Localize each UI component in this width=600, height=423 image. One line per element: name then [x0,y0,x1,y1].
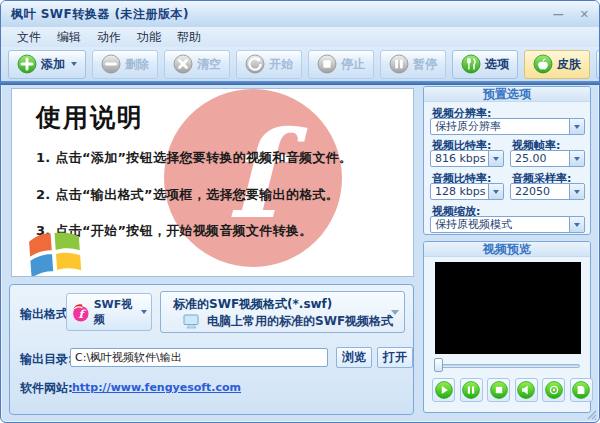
format-detail-select[interactable]: 标准的SWF视频格式(*.swf) 电脑上常用的标准的SWF视频格式 [160,291,405,333]
stop-square-icon [317,54,337,74]
volume-button[interactable] [515,378,538,402]
start-button-label: 开始 [269,56,293,73]
player-controls [432,378,593,402]
remove-minus-icon [101,54,121,74]
menu-bar: 文件 编辑 动作 功能 帮助 [1,27,599,47]
website-label: 软件网站: [20,380,73,397]
audio-samplerate-select[interactable]: 22050 [510,183,585,200]
video-framerate-select[interactable]: 25.00 [510,150,585,167]
instruction-step-1: 1. 点击“添加”按钮选择您要转换的视频和音频文件。 [36,149,409,167]
chevron-down-icon[interactable] [569,184,584,199]
instructions-title: 使用说明 [36,101,144,134]
title-bar: 枫叶 SWF转换器 (未注册版本) — ✕ [1,1,599,27]
chevron-down-icon[interactable] [569,151,584,166]
buy-button[interactable]: 购买 [596,50,600,79]
pause-bars-icon [389,54,409,74]
pause-icon [462,381,480,399]
snapshot-button[interactable] [542,378,565,402]
start-arrow-icon [245,54,265,74]
browse-button[interactable]: 浏览 [336,347,372,368]
output-format-button[interactable]: f SWF视频 [66,293,152,331]
menu-file[interactable]: 文件 [9,28,49,47]
video-preview-panel: 视频预览 [423,241,591,413]
output-format-button-label: SWF视频 [94,297,136,327]
window-title: 枫叶 SWF转换器 (未注册版本) [11,6,189,23]
clear-button-label: 清空 [197,56,221,73]
swf-brand-icon: f [71,301,91,324]
app-window: 枫叶 SWF转换器 (未注册版本) — ✕ 文件 编辑 动作 功能 帮助 添加 [0,0,600,423]
menu-help[interactable]: 帮助 [169,28,209,47]
delete-button-label: 删除 [125,56,149,73]
toolbar-divider [1,81,599,85]
video-resolution-select[interactable]: 保持原分辨率 [430,118,585,135]
instruction-step-3: 3. 点击“开始”按钮，开始视频音频文件转换。 [36,222,409,240]
skin-apple-icon [533,54,553,74]
delete-button: 删除 [92,50,158,79]
chevron-down-icon[interactable] [488,184,503,199]
skin-button[interactable]: 皮肤 [524,50,590,79]
stop-button: 停止 [308,50,374,79]
seek-slider[interactable] [436,364,580,368]
output-settings-panel: 输出格式: f SWF视频 标准的SWF视频格式(*.swf) 电脑上常用的标准… [9,284,414,415]
stop-icon [490,381,508,399]
preset-options-panel: 预置选项 视频分辨率: 保持原分辨率 视频比特率: 视频帧率: 816 kbps… [423,86,591,235]
audio-bitrate-select[interactable]: 128 kbps [430,183,504,200]
preset-panel-title: 预置选项 [424,87,590,102]
menu-feature[interactable]: 功能 [129,28,169,47]
add-plus-icon [17,54,37,74]
instructions-panel: f 使用说明 1. 点击“添加”按钮选择您要转换的视频和音频文件。 2. 点击“… [11,88,414,277]
skin-button-label: 皮肤 [557,56,581,73]
open-file-button[interactable] [570,378,593,402]
clear-cross-icon [173,54,193,74]
instruction-step-2: 2. 点击“输出格式”选项框，选择您要输出的格式。 [36,186,409,204]
stop-button-preview[interactable] [487,378,510,402]
pause-button-preview[interactable] [460,378,483,402]
add-button-label: 添加 [41,56,65,73]
pause-button: 暂停 [380,50,446,79]
close-button[interactable]: ✕ [580,9,589,20]
chevron-down-icon[interactable] [569,217,584,232]
chevron-down-icon[interactable] [391,310,399,315]
minimize-button[interactable]: — [553,9,564,20]
play-button[interactable] [432,378,455,402]
toolbar: 添加 删除 清空 开始 [1,47,599,81]
options-button-label: 选项 [485,56,509,73]
menu-action[interactable]: 动作 [89,28,129,47]
open-button[interactable]: 打开 [377,347,413,368]
video-bitrate-select[interactable]: 816 kbps [430,150,504,167]
chevron-down-icon [71,62,77,66]
video-scale-select[interactable]: 保持原视频模式 [430,216,585,233]
file-icon [572,381,590,399]
options-utensils-icon [461,54,481,74]
output-format-label: 输出格式: [20,306,73,323]
format-description: 电脑上常用的标准的SWF视频格式 [207,313,393,330]
windows-logo-icon [24,228,88,277]
format-title: 标准的SWF视频格式(*.swf) [173,296,332,313]
chevron-down-icon[interactable] [488,151,503,166]
stop-button-label: 停止 [341,56,365,73]
speaker-icon [517,381,535,399]
pause-button-label: 暂停 [413,56,437,73]
start-button: 开始 [236,50,302,79]
add-button[interactable]: 添加 [8,50,86,79]
resize-grip[interactable] [586,409,597,420]
chevron-down-icon [141,310,147,314]
play-icon [435,381,453,399]
website-link[interactable]: http://www.fengyesoft.com [72,381,241,394]
computer-icon [183,314,202,330]
options-button[interactable]: 选项 [452,50,518,79]
clear-button: 清空 [164,50,230,79]
chevron-down-icon[interactable] [569,119,584,134]
output-dir-input[interactable] [70,348,328,367]
output-dir-label: 输出目录: [20,351,73,368]
preview-screen [435,262,581,354]
menu-edit[interactable]: 编辑 [49,28,89,47]
seek-slider-thumb[interactable] [434,358,443,372]
brand-watermark-icon: f [164,89,342,267]
record-icon [545,381,563,399]
preview-panel-title: 视频预览 [424,242,590,257]
